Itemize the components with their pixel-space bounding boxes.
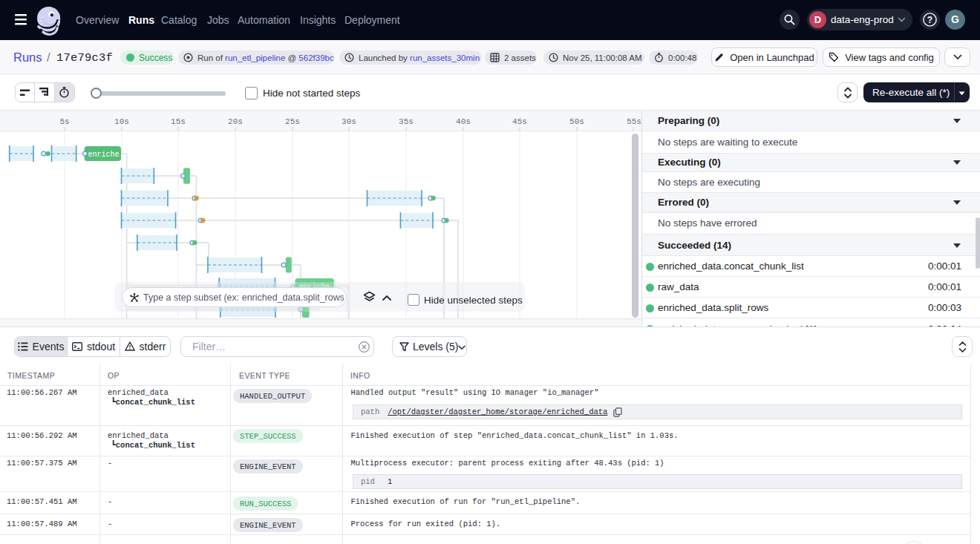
svg-text:10s: 10s [114,117,129,126]
svg-text:40s: 40s [456,117,471,126]
svg-text:30s: 30s [342,117,356,126]
svg-text:50s: 50s [569,117,584,126]
svg-text:15s: 15s [171,117,186,126]
svg-text:55s: 55s [627,117,641,126]
svg-text:?: ? [927,15,932,25]
svg-text:20s: 20s [228,117,243,126]
svg-text:enriche…: enriche… [88,151,124,159]
svg-text:5s: 5s [59,117,69,126]
svg-text:35s: 35s [399,117,414,126]
svg-text:25s: 25s [285,117,300,126]
svg-text:45s: 45s [512,117,527,126]
